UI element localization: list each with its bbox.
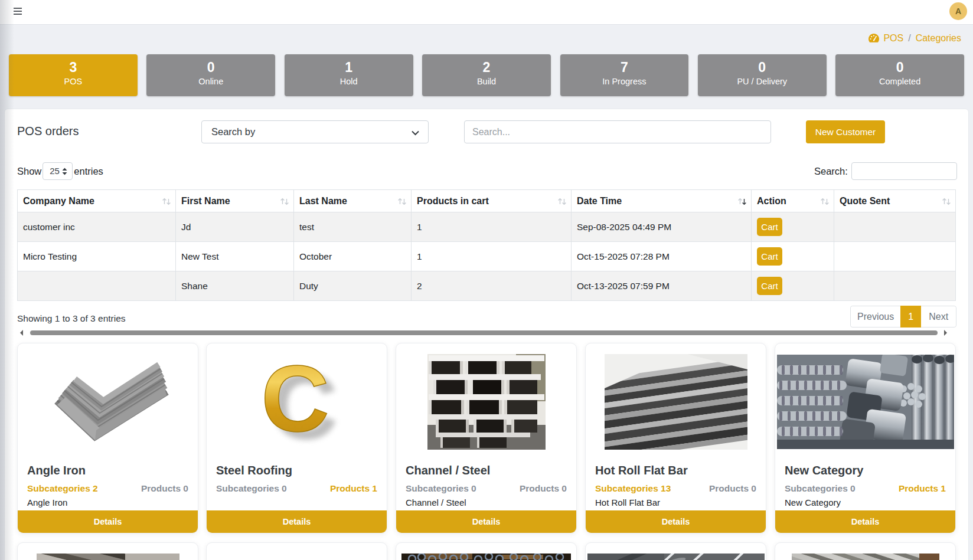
svg-text:C: C bbox=[261, 358, 329, 446]
